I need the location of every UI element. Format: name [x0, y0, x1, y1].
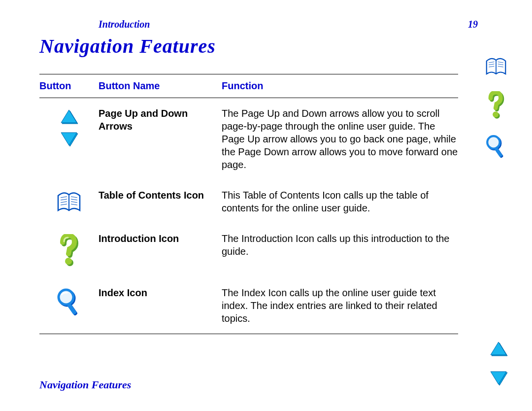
- sidebar-question-mark-icon[interactable]: [487, 91, 505, 121]
- table-row: Introduction Icon The Introduction Icon …: [39, 223, 458, 277]
- section-title: Introduction: [99, 19, 150, 30]
- book-icon[interactable]: [55, 191, 83, 214]
- cell-function: The Introduction Icon calls up this intr…: [222, 232, 458, 258]
- cell-icon: [39, 232, 99, 269]
- page-down-arrow-icon[interactable]: [59, 131, 79, 147]
- cell-icon: [39, 107, 99, 147]
- magnifying-glass-icon[interactable]: [56, 288, 82, 318]
- svg-point-28: [487, 136, 499, 148]
- svg-point-25: [493, 111, 499, 117]
- column-header-button: Button: [39, 80, 99, 92]
- column-header-name: Button Name: [99, 80, 222, 92]
- page-up-arrow-icon[interactable]: [59, 109, 79, 126]
- sidebar-magnifying-glass-icon[interactable]: [485, 135, 507, 160]
- cell-name: Index Icon: [99, 286, 222, 299]
- page-header: Introduction 19: [99, 19, 478, 30]
- cell-name: Table of Contents Icon: [99, 189, 222, 202]
- svg-marker-31: [491, 342, 506, 355]
- sidebar-page-down-icon[interactable]: [489, 370, 508, 386]
- cell-icon: [39, 189, 99, 214]
- cell-function: The Page Up and Down arrows allow you to…: [222, 107, 458, 171]
- cell-function: The Index Icon calls up the online user …: [222, 286, 458, 325]
- page-footer: Navigation Features: [39, 378, 131, 391]
- table-body: Page Up and Down Arrows The Page Up and …: [39, 98, 458, 334]
- page-title: Navigation Features: [39, 34, 216, 58]
- cell-function: This Table of Contents Icon calls up the…: [222, 189, 458, 214]
- cell-icon: [39, 286, 99, 318]
- table-header-row: Button Button Name Function: [39, 74, 458, 98]
- cell-name: Introduction Icon: [99, 232, 222, 245]
- sidebar-page-up-icon[interactable]: [489, 341, 508, 358]
- table-row: Table of Contents Icon This Table of Con…: [39, 180, 458, 223]
- table-row: Page Up and Down Arrows The Page Up and …: [39, 98, 458, 180]
- table-row: Index Icon The Index Icon calls up the o…: [39, 277, 458, 334]
- navigation-features-table: Button Button Name Function: [39, 74, 458, 334]
- question-mark-icon[interactable]: [58, 234, 80, 269]
- sidebar-bottom: [489, 341, 508, 386]
- svg-point-13: [65, 258, 72, 265]
- sidebar-book-icon[interactable]: [484, 57, 508, 77]
- page-number: 19: [468, 19, 478, 30]
- svg-marker-1: [61, 110, 77, 123]
- column-header-function: Function: [222, 80, 458, 92]
- sidebar-top: [484, 57, 508, 160]
- cell-name: Page Up and Down Arrows: [99, 107, 222, 133]
- document-page: Introduction 19 Navigation Features Butt…: [0, 0, 532, 411]
